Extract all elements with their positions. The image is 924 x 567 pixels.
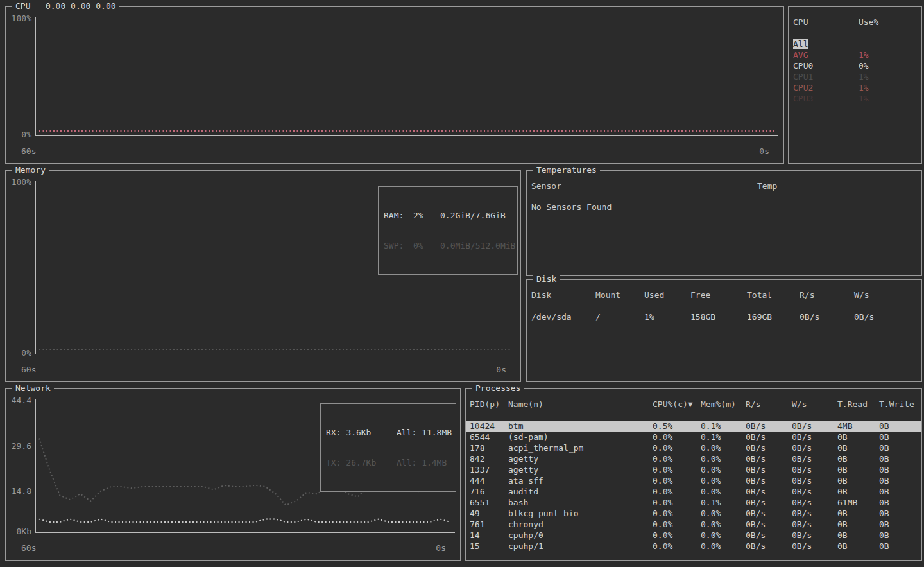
process-row[interactable]: 842 agetty 0.0% 0.0% 0B/s 0B/s 0B 0B [466,453,921,464]
process-cell-cpu: 0.0% [653,541,701,552]
process-cell-twrite: 0B [879,453,921,464]
process-cell-twrite: 0B [879,442,921,453]
cpu-legend-row[interactable]: CPU1 1% [789,71,921,82]
process-cell-pid: 14 [470,530,508,541]
process-cell-pid: 761 [470,519,508,530]
cpu-legend-row[interactable]: AVG 1% [789,49,921,60]
process-rows: 10424 btm 0.5% 0.1% 0B/s 0B/s 4MB 0B 654… [466,421,921,552]
disk-header-used: Used [644,290,690,301]
cpu-legend-row-name: CPU2 [793,82,813,93]
cpu-legend-row[interactable]: CPU0 0% [789,60,921,71]
processes-panel[interactable]: Processes PID(p) Name(n) CPU%(c)▼ Mem%(m… [465,388,922,561]
temperatures-panel[interactable]: Temperatures Sensor Temp No Sensors Foun… [526,170,922,276]
temperatures-header: Sensor Temp [527,180,921,191]
process-row[interactable]: 1337 agetty 0.0% 0.0% 0B/s 0B/s 0B 0B [466,464,921,475]
cpu-legend-row[interactable]: CPU2 1% [789,82,921,93]
processes-header-pid[interactable]: PID(p) [470,399,508,410]
network-chart-panel[interactable]: Network 44.4 29.6 14.8 0Kb 60s 0s RX: 3.… [5,388,461,561]
memory-chart-panel[interactable]: Memory 100% 0% 60s 0s RAM: 2% 0.2GiB/7.6… [5,170,521,382]
process-row[interactable]: 15 cpuhp/1 0.0% 0.0% 0B/s 0B/s 0B 0B [466,541,921,552]
process-cell-name: ata_sff [508,475,653,486]
cpu-legend-row-use: 0% [859,60,921,71]
process-cell-name: cpuhp/0 [508,530,653,541]
process-cell-rs: 0B/s [746,453,792,464]
process-cell-ws: 0B/s [792,519,837,530]
cpu-legend-row-use: 1% [859,93,921,104]
process-cell-rs: 0B/s [746,442,792,453]
process-cell-ws: 0B/s [792,475,837,486]
network-xtick-0s: 0s [436,543,446,554]
cpu-chart-panel[interactable]: CPU ─ 0.00 0.00 0.00 100% 0% 60s 0s [5,6,784,164]
process-cell-cpu: 0.0% [653,475,701,486]
process-row[interactable]: 10424 btm 0.5% 0.1% 0B/s 0B/s 4MB 0B [466,421,921,432]
process-cell-name: chronyd [508,519,653,530]
process-cell-pid: 6551 [470,497,508,508]
process-row[interactable]: 14 cpuhp/0 0.0% 0.0% 0B/s 0B/s 0B 0B [466,530,921,541]
processes-header-name[interactable]: Name(n) [508,399,653,410]
cpu-legend-row-use: 1% [859,71,921,82]
ram-percent: 2% [413,210,440,221]
network-xtick-60s: 60s [21,543,36,554]
memory-xtick-0s: 0s [496,365,506,375]
process-cell-mem: 0.0% [701,541,746,552]
cpu-legend-row-name: All [793,39,808,49]
cpu-legend-row[interactable]: CPU3 1% [789,93,921,104]
disk-cell-mount: / [595,311,644,322]
process-cell-rs: 0B/s [746,530,792,541]
processes-header-cpu-sort[interactable]: CPU%(c)▼ [653,399,701,410]
processes-header-mem[interactable]: Mem%(m) [701,399,746,410]
processes-header-rs[interactable]: R/s [746,399,792,410]
tx-rate: TX: 26.7Kb [326,457,397,468]
cpu-legend-header-use: Use% [859,17,921,28]
processes-header-tread[interactable]: T.Read [837,399,879,410]
process-row[interactable]: 716 auditd 0.0% 0.0% 0B/s 0B/s 0B 0B [466,486,921,497]
process-row[interactable]: 444 ata_sff 0.0% 0.0% 0B/s 0B/s 0B 0B [466,475,921,486]
cpu-xtick-60s: 60s [21,146,36,157]
network-ytick-44: 44.4 [7,396,31,406]
process-cell-mem: 0.0% [701,508,746,519]
no-sensors-message: No Sensors Found [531,202,612,212]
disk-header-disk: Disk [531,290,595,301]
process-cell-ws: 0B/s [792,464,837,475]
process-cell-name: (sd-pam) [508,432,653,442]
process-cell-twrite: 0B [879,497,921,508]
process-cell-rs: 0B/s [746,464,792,475]
process-cell-ws: 0B/s [792,432,837,442]
process-row[interactable]: 49 blkcg_punt_bio 0.0% 0.0% 0B/s 0B/s 0B… [466,508,921,519]
process-cell-twrite: 0B [879,464,921,475]
process-cell-twrite: 0B [879,432,921,442]
process-cell-name: cpuhp/1 [508,541,653,552]
disk-header-total: Total [747,290,800,301]
process-cell-mem: 0.0% [701,475,746,486]
process-cell-pid: 444 [470,475,508,486]
processes-header-ws[interactable]: W/s [792,399,837,410]
process-row[interactable]: 178 acpi_thermal_pm 0.0% 0.0% 0B/s 0B/s … [466,442,921,453]
rx-total: All: 11.8MB [397,427,452,438]
process-cell-tread: 0B [837,508,879,519]
memory-legend-ram-row: RAM: 2% 0.2GiB/7.6GiB [384,210,512,221]
cpu-legend-row-use [859,39,921,49]
processes-header-twrite[interactable]: T.Write [879,399,921,410]
disk-panel[interactable]: Disk Disk Mount Used Free Total R/s W/s … [526,279,922,382]
process-row[interactable]: 761 chronyd 0.0% 0.0% 0B/s 0B/s 0B 0B [466,519,921,530]
process-cell-tread: 61MB [837,497,879,508]
ram-detail: 0.2GiB/7.6GiB [440,210,512,221]
cpu-legend-row-name: CPU0 [793,60,813,71]
process-cell-name: blkcg_punt_bio [508,508,653,519]
cpu-panel-title: CPU ─ 0.00 0.00 0.00 [12,1,119,12]
tx-total: All: 1.4MB [397,457,450,468]
disk-row[interactable]: /dev/sda / 1% 158GB 169GB 0B/s 0B/s [527,311,921,322]
cpu-legend-row[interactable]: All [789,39,921,49]
process-row[interactable]: 6551 bash 0.0% 0.1% 0B/s 0B/s 61MB 0B [466,497,921,508]
process-row[interactable]: 6544 (sd-pam) 0.0% 0.1% 0B/s 0B/s 0B 0B [466,432,921,442]
process-cell-twrite: 0B [879,530,921,541]
process-cell-twrite: 0B [879,541,921,552]
temperatures-header-temp: Temp [757,180,921,191]
cpu-xtick-0s: 0s [759,146,769,157]
processes-header-row: PID(p) Name(n) CPU%(c)▼ Mem%(m) R/s W/s … [466,399,921,410]
process-cell-cpu: 0.5% [653,421,701,432]
network-ytick-0: 0Kb [7,527,31,537]
process-cell-twrite: 0B [879,475,921,486]
cpu-legend-panel[interactable]: CPU Use% All AVG 1% CPU0 0% CPU1 1% [788,6,922,164]
process-cell-cpu: 0.0% [653,530,701,541]
